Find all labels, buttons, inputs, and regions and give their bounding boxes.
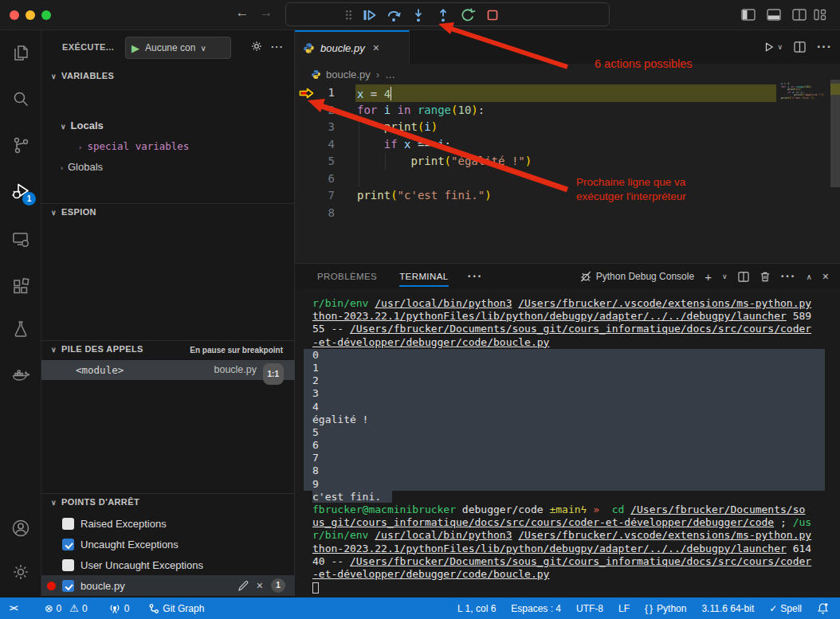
drag-handle-icon[interactable] <box>345 10 352 20</box>
breakpoint-checkbox[interactable] <box>62 580 74 592</box>
start-debug-icon[interactable]: ▶ <box>126 42 145 54</box>
breakpoints-section-header[interactable]: ∨POINTS D'ARRÊT <box>51 497 139 507</box>
customize-layout-button[interactable] <box>814 9 826 21</box>
breakpoint-row[interactable]: Uncaught Exceptions <box>41 534 295 554</box>
terminal-output[interactable]: r/bin/env /usr/local/bin/python3 /Users/… <box>295 297 840 594</box>
notifications-button[interactable] <box>817 602 829 614</box>
callstack-frame-row[interactable]: <module> boucle.py 1:1 <box>41 360 295 380</box>
close-panel-button[interactable]: × <box>822 270 829 283</box>
code-line-6[interactable]: 6 <box>295 170 776 188</box>
terminal-line: -et-développer/debugger/code/boucle.py <box>304 568 825 581</box>
debug-step-into-button[interactable] <box>410 6 427 24</box>
code-line-3[interactable]: 3 print(i) <box>295 119 776 136</box>
code-line-4[interactable]: 4 if x == i: <box>295 136 776 154</box>
maximize-panel-button[interactable]: ∧ <box>806 272 811 281</box>
indentation-status[interactable]: Espaces : 4 <box>511 603 561 614</box>
debug-step-out-button[interactable] <box>434 6 452 24</box>
sidebar-item-testing[interactable] <box>11 319 30 339</box>
code-line-1[interactable]: 1x = 4 <box>295 84 776 102</box>
watch-section-header[interactable]: ∨ESPION <box>51 207 96 217</box>
breakpoint-row[interactable]: boucle.py×1 <box>41 575 295 596</box>
panel-more-actions-button[interactable]: ··· <box>781 269 796 284</box>
debug-console-session[interactable]: Python Debug Console <box>579 270 694 283</box>
python-interpreter-status[interactable]: 3.11.6 64-bit <box>701 603 754 614</box>
source-control-icon <box>11 135 30 155</box>
debug-continue-button[interactable] <box>360 6 378 24</box>
sidebar-item-search[interactable] <box>11 89 30 108</box>
eol-status[interactable]: LF <box>618 603 630 614</box>
chevron-down-icon[interactable]: ∨ <box>777 43 783 51</box>
callstack-section-header[interactable]: ∨PILE DES APPELS <box>51 344 143 354</box>
close-window-button[interactable] <box>10 10 19 20</box>
spell-checker-status[interactable]: ✓ Spell <box>769 603 802 614</box>
cursor-position-status[interactable]: L 1, col 6 <box>457 603 496 614</box>
breakpoint-checkbox[interactable] <box>62 559 74 571</box>
sidebar-item-remote-explorer[interactable] <box>11 229 30 249</box>
panel-more-tabs-button[interactable]: ··· <box>468 269 483 284</box>
breakpoint-checkbox[interactable] <box>62 539 74 550</box>
new-terminal-button[interactable]: + <box>705 270 712 284</box>
breadcrumb[interactable]: boucle.py › … <box>295 64 840 84</box>
git-graph-button[interactable]: Git Graph <box>148 603 204 614</box>
breadcrumb-symbol[interactable]: … <box>385 69 395 80</box>
code-line-5[interactable]: 5 print("égalité !") <box>295 153 776 170</box>
split-editor-button[interactable] <box>794 41 806 53</box>
variables-scope-locals[interactable]: ∨Locals <box>61 116 104 135</box>
code-line-2[interactable]: 2for i in range(10): <box>295 102 776 119</box>
edit-breakpoint-button[interactable] <box>238 581 249 591</box>
tab-terminal[interactable]: TERMINAL <box>399 264 448 289</box>
encoding-status[interactable]: UTF-8 <box>576 603 603 614</box>
zoom-window-button[interactable] <box>41 10 51 20</box>
navigate-forward-button[interactable]: → <box>257 5 276 21</box>
ports-status[interactable]: 0 <box>108 603 130 614</box>
edit-breakpoint-icon <box>238 581 249 591</box>
breadcrumb-file[interactable]: boucle.py <box>326 69 371 80</box>
continue-icon <box>361 7 377 23</box>
tab-boucle-py[interactable]: boucle.py × <box>295 30 410 64</box>
terminal-dropdown-chevron[interactable]: ∨ <box>722 272 728 280</box>
sidebar-item-source-control[interactable] <box>11 135 30 155</box>
sidebar-item-run-and-debug[interactable]: 1 <box>11 182 30 201</box>
toggle-secondary-sidebar-button[interactable] <box>792 9 807 21</box>
tab-close-icon[interactable]: × <box>373 41 379 54</box>
tab-problems[interactable]: PROBLÈMES <box>317 264 377 289</box>
debug-config-dropdown[interactable]: ▶ Aucune con ∨ <box>125 37 231 59</box>
problems-status[interactable]: ⊗ 0 ⚠ 0 <box>45 602 88 614</box>
toggle-panel-button[interactable] <box>767 9 781 21</box>
console-label: Python Debug Console <box>596 271 694 282</box>
code-line-8[interactable]: 8 <box>295 205 776 222</box>
breakpoint-checkbox[interactable] <box>62 518 74 530</box>
code-area[interactable]: 1x = 42for i in range(10):3 print(i)4 if… <box>295 84 776 221</box>
terminal-line: thon-2023.22.1/pythonFiles/lib/python/de… <box>304 543 825 555</box>
language-mode-status[interactable]: {} Python <box>645 603 686 614</box>
debug-restart-button[interactable] <box>459 6 477 24</box>
remove-breakpoint-button[interactable]: × <box>257 579 263 592</box>
terminal-line: r/bin/env /usr/local/bin/python3 /Users/… <box>304 297 825 310</box>
debug-stop-button[interactable] <box>484 6 501 24</box>
breakpoint-row[interactable]: User Uncaught Exceptions <box>41 554 295 575</box>
search-icon <box>11 89 30 108</box>
minimize-window-button[interactable] <box>26 10 35 20</box>
sidebar-more-actions-button[interactable]: ··· <box>271 41 284 53</box>
debug-settings-button[interactable] <box>250 40 263 53</box>
editor-more-actions-button[interactable]: ··· <box>817 40 832 54</box>
variables-scope-globals[interactable]: ›Globals <box>61 158 103 177</box>
settings-button[interactable] <box>11 562 30 582</box>
run-python-file-button[interactable]: ∨ <box>763 41 783 53</box>
variables-special[interactable]: ›special variables <box>78 137 189 156</box>
sidebar-item-docker[interactable] <box>11 365 30 384</box>
debug-step-over-button[interactable] <box>385 6 402 24</box>
minimap[interactable]: x = 4for i in range(10): print(i) if x =… <box>781 83 827 100</box>
variables-section-header[interactable]: ∨VARIABLES <box>51 71 114 80</box>
sidebar-item-extensions[interactable] <box>11 277 30 296</box>
sidebar-item-explorer[interactable] <box>11 43 30 62</box>
kill-terminal-button[interactable] <box>760 271 771 282</box>
code-line-7[interactable]: 7print("c'est fini.") <box>295 187 776 205</box>
toggle-primary-sidebar-button[interactable] <box>741 9 756 21</box>
editor-scrollbar[interactable] <box>830 80 840 187</box>
accounts-button[interactable] <box>11 519 30 538</box>
navigate-back-button[interactable]: ← <box>233 5 252 21</box>
remote-indicator[interactable]: >< <box>10 604 18 613</box>
split-terminal-button[interactable] <box>738 272 749 282</box>
breakpoint-row[interactable]: Raised Exceptions <box>41 513 295 534</box>
